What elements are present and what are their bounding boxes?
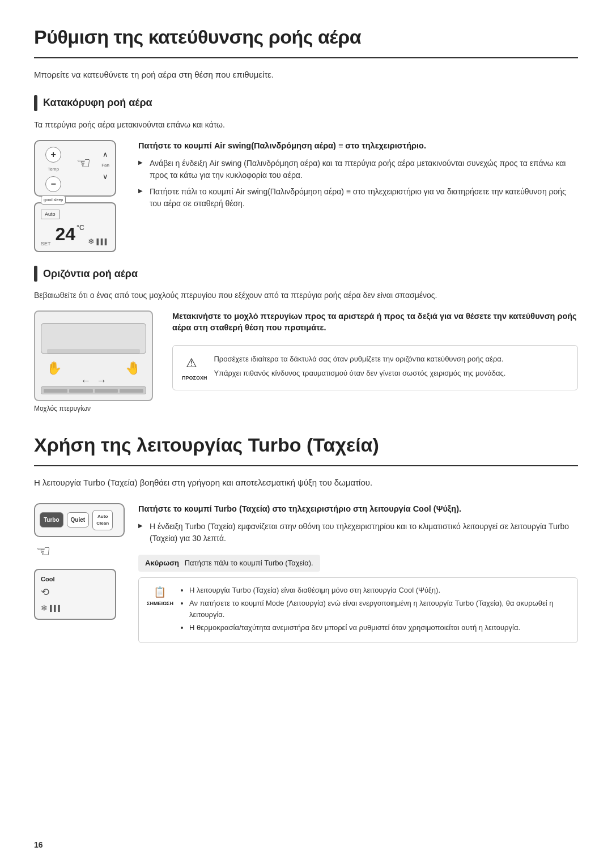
warning-text1: Προσέχετε ιδιαίτερα τα δάκτυλά σας όταν … bbox=[214, 354, 505, 365]
display-icons: ❄ ▌▌▌ bbox=[88, 236, 109, 248]
ac-main-body bbox=[41, 323, 146, 354]
section2-desc: Βεβαιωθείτε ότι ο ένας από τους μοχλούς … bbox=[34, 290, 578, 301]
auto-label: Auto bbox=[41, 210, 60, 220]
turbo-hand-icon: ☜ bbox=[36, 539, 50, 563]
section1-bullet-list: Ανάβει η ένδειξη Air swing (Παλινδρόμηση… bbox=[138, 158, 578, 210]
right-hand-icon: 🤚 bbox=[125, 359, 141, 377]
page-number: 16 bbox=[34, 839, 43, 851]
page-subtitle: Μπορείτε να κατευθύνετε τη ροή αέρα στη … bbox=[34, 69, 578, 82]
warning-triangle-icon: ⚠ bbox=[186, 354, 203, 372]
section2-title: Οριζόντια ροή αέρα bbox=[43, 266, 138, 282]
hand-icon: ☜ bbox=[76, 151, 91, 175]
turbo-btn-row: Turbo Quiet Auto Clean bbox=[34, 503, 125, 537]
auto-clean-label-line2: Clean bbox=[96, 520, 109, 527]
temp-value: 24 bbox=[56, 220, 76, 248]
section1-content: + Temp − good sleep ☜ ∧ Fan ∨ Auto bbox=[34, 140, 578, 253]
remote-top: + Temp − good sleep ☜ ∧ Fan ∨ bbox=[34, 140, 116, 197]
turbo-display: Cool ⟲ ❄ ▌▌▌ bbox=[34, 569, 116, 620]
arrow-up: ∧ bbox=[103, 149, 108, 160]
section2-right: Μετακινήστε το μοχλό πτερυγίων προς τα α… bbox=[172, 310, 578, 390]
section1-header: Κατακόρυφη ροή αέρα bbox=[34, 95, 578, 111]
section1-instr-title: Πατήστε το κουμπί Air swing(Παλινδρόμηση… bbox=[138, 140, 578, 152]
section3-title: Χρήση της λειτουργίας Turbo (Ταχεία) bbox=[34, 431, 578, 466]
temp-label: Temp bbox=[48, 166, 59, 173]
warning-icon-col: ⚠ ΠΡΟΣΟΧΗ bbox=[182, 354, 207, 382]
note-bullet-3: Η θερμοκρασία/ταχύτητα ανεμιστήρα δεν μπ… bbox=[189, 622, 570, 633]
cancel-text: Πατήστε πάλι το κουμπί Turbo (Ταχεία). bbox=[185, 559, 313, 567]
section2-header: Οριζόντια ροή αέρα bbox=[34, 266, 578, 282]
turbo-instr-title: Πατήστε το κουμπί Turbo (Ταχεία) στο τηλ… bbox=[138, 503, 578, 516]
turbo-bullet-list: Η ένδειξη Turbo (Ταχεία) εμφανίζεται στη… bbox=[138, 521, 578, 544]
note-bullet-list: Η λειτουργία Turbo (Ταχεία) είναι διαθέσ… bbox=[180, 585, 570, 633]
note-icon: 📋 bbox=[154, 585, 167, 600]
note-icon-col: 📋 ΣΗΜΕΙΩΣΗ bbox=[147, 585, 173, 608]
snowflake-icon-turbo: ❄ bbox=[41, 602, 48, 614]
snowflake-icon: ❄ bbox=[88, 236, 95, 248]
section1-title: Κατακόρυφη ροή αέρα bbox=[43, 95, 152, 110]
note-bullet-1: Η λειτουργία Turbo (Ταχεία) είναι διαθέσ… bbox=[189, 585, 570, 596]
section3-content: Turbo Quiet Auto Clean ☜ Cool ⟲ ❄ ▌▌▌ Πα… bbox=[34, 503, 578, 643]
section1-instructions: Πατήστε το κουμπί Air swing(Παλινδρόμηση… bbox=[138, 140, 578, 215]
section1-bar bbox=[34, 95, 37, 111]
plus-button: + bbox=[45, 147, 61, 163]
warning-text2: Υπάρχει πιθανός κίνδυνος τραυματισμού ότ… bbox=[214, 368, 505, 379]
bullet-item-2: Πατήστε πάλι το κουμπί Air swing(Παλινδρ… bbox=[138, 186, 578, 210]
minus-button: − bbox=[45, 176, 61, 192]
warning-label: ΠΡΟΣΟΧΗ bbox=[182, 375, 207, 382]
ac-unit: 🤚 🤚 ← → bbox=[34, 310, 153, 401]
section1-desc: Τα πτερύγια ροής αέρα μετακινούνται επάν… bbox=[34, 119, 578, 131]
remote-display: Auto SET 24 °C ❄ ▌▌▌ bbox=[34, 202, 116, 253]
warning-text: Προσέχετε ιδιαίτερα τα δάκτυλά σας όταν … bbox=[214, 354, 505, 379]
left-hand-icon: 🤚 bbox=[46, 359, 62, 377]
quiet-button: Quiet bbox=[67, 512, 90, 527]
section2-instr-title: Μετακινήστε το μοχλό πτερυγίων προς τα α… bbox=[172, 310, 578, 334]
fan-label: Fan bbox=[101, 162, 109, 169]
turbo-display-cool: Cool bbox=[41, 575, 109, 584]
turbo-remote: Turbo Quiet Auto Clean ☜ Cool ⟲ ❄ ▌▌▌ bbox=[34, 503, 125, 620]
note-text: Η λειτουργία Turbo (Ταχεία) είναι διαθέσ… bbox=[180, 585, 570, 636]
auto-clean-button: Auto Clean bbox=[92, 510, 113, 530]
section3-subtitle: Η λειτουργία Turbo (Ταχεία) βοηθάει στη … bbox=[34, 476, 578, 490]
auto-clean-label-line1: Auto bbox=[96, 513, 109, 520]
set-label: SET bbox=[41, 240, 51, 248]
cancel-label: Ακύρωση bbox=[145, 559, 179, 567]
bullet-item-1: Ανάβει η ένδειξη Air swing (Παλινδρόμηση… bbox=[138, 158, 578, 181]
temp-unit: °C bbox=[76, 223, 84, 233]
note-box: 📋 ΣΗΜΕΙΩΣΗ Η λειτουργία Turbo (Ταχεία) ε… bbox=[138, 577, 578, 643]
temp-display: 24 °C bbox=[56, 220, 84, 248]
turbo-button: Turbo bbox=[40, 512, 63, 527]
section2-bar bbox=[34, 266, 37, 282]
ac-caption: Μοχλός πτερυγίων bbox=[34, 403, 159, 414]
note-label: ΣΗΜΕΙΩΣΗ bbox=[147, 600, 173, 608]
turbo-bullet-1: Η ένδειξη Turbo (Ταχεία) εμφανίζεται στη… bbox=[138, 521, 578, 544]
arrow-down: ∨ bbox=[103, 171, 108, 182]
bar-icon-turbo: ▌▌▌ bbox=[50, 604, 62, 612]
note-bullet-2: Αν πατήσετε το κουμπί Mode (Λειτουργία) … bbox=[189, 598, 570, 620]
good-sleep-button: good sleep bbox=[41, 195, 66, 205]
cancel-row: Ακύρωση Πατήστε πάλι το κουμπί Turbo (Τα… bbox=[138, 555, 320, 572]
ac-illustration: 🤚 🤚 ← → Μοχλός πτερυγίων bbox=[34, 310, 159, 414]
warning-box: ⚠ ΠΡΟΣΟΧΗ Προσέχετε ιδιαίτερα τα δάκτυλά… bbox=[172, 345, 578, 391]
section2-content: 🤚 🤚 ← → Μοχλός πτερυγίων Μετακινήστε το … bbox=[34, 310, 578, 414]
turbo-instructions: Πατήστε το κουμπί Turbo (Ταχεία) στο τηλ… bbox=[138, 503, 578, 643]
remote-illustration: + Temp − good sleep ☜ ∧ Fan ∨ Auto bbox=[34, 140, 125, 253]
turbo-display-icons: ❄ ▌▌▌ bbox=[41, 602, 109, 614]
bar-icon: ▌▌▌ bbox=[97, 237, 109, 246]
page-title: Ρύθμιση της κατεύθυνσης ροής αέρα bbox=[34, 23, 578, 58]
